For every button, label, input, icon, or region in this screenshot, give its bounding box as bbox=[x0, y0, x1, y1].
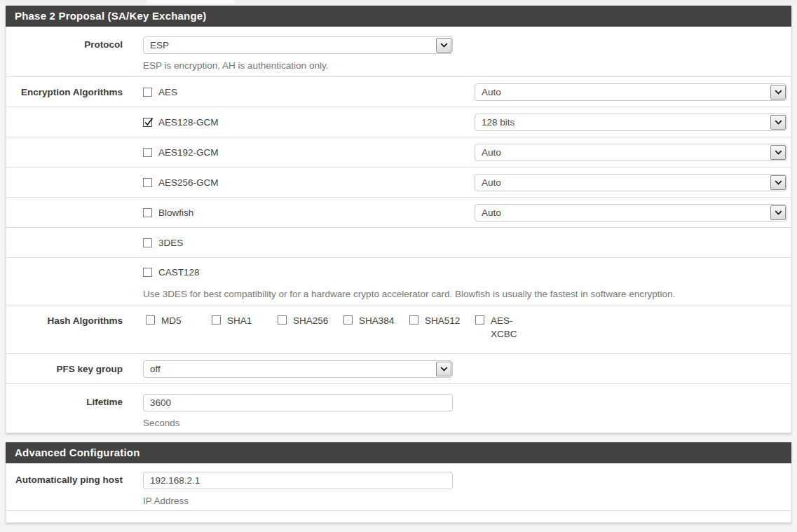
checkbox-label: SHA384 bbox=[359, 315, 394, 328]
checkbox-icon bbox=[146, 315, 155, 325]
encryption-row-aes256-gcm: AES256-GCM Auto bbox=[6, 168, 791, 198]
checkbox-icon bbox=[143, 118, 152, 127]
encryption-algorithms-label: Encryption Algorithms bbox=[6, 87, 123, 97]
phase2-proposal-panel: Phase 2 Proposal (SA/Key Exchange) Proto… bbox=[6, 6, 791, 433]
keylen-select-value: Auto bbox=[482, 177, 501, 188]
encryption-row-3des: 3DES bbox=[6, 228, 791, 258]
panel-title: Advanced Configuration bbox=[15, 446, 140, 458]
checkbox-label: AES256-GCM bbox=[158, 177, 219, 188]
checkbox-label: MD5 bbox=[161, 315, 182, 328]
protocol-label: Protocol bbox=[6, 27, 123, 76]
checkbox-label: AES192-GCM bbox=[158, 147, 219, 158]
checkbox-label: AES-XCBC bbox=[491, 315, 522, 341]
checkbox-md5[interactable]: MD5 bbox=[146, 315, 212, 328]
aes192-gcm-keylen-select[interactable]: Auto bbox=[475, 144, 787, 161]
checkbox-sha384[interactable]: SHA384 bbox=[343, 315, 409, 328]
checkbox-icon bbox=[143, 208, 152, 217]
checkbox-label: AES128-GCM bbox=[158, 117, 219, 128]
encryption-row-aes128-gcm: AES128-GCM 128 bits bbox=[6, 107, 791, 137]
checkbox-cast128[interactable]: CAST128 bbox=[143, 267, 787, 278]
page-top-remnant-fragment bbox=[147, 0, 235, 4]
checkbox-label: SHA1 bbox=[227, 315, 252, 328]
checkbox-sha1[interactable]: SHA1 bbox=[212, 315, 278, 328]
checkbox-icon bbox=[143, 268, 152, 277]
advanced-configuration-panel: Advanced Configuration Automatically pin… bbox=[6, 442, 791, 523]
checkbox-icon bbox=[278, 315, 287, 325]
encryption-help-text: Use 3DES for best compatibility or for a… bbox=[143, 289, 787, 299]
checkbox-icon bbox=[143, 88, 152, 97]
protocol-help-text: ESP is encryption, AH is authentication … bbox=[143, 60, 787, 71]
encryption-row-aes192-gcm: AES192-GCM Auto bbox=[6, 137, 791, 168]
chevron-down-icon bbox=[436, 362, 451, 376]
checkbox-icon bbox=[143, 238, 152, 247]
pfs-key-group-label: PFS key group bbox=[6, 364, 123, 374]
chevron-down-icon bbox=[770, 115, 786, 130]
lifetime-row: Lifetime Seconds bbox=[6, 384, 791, 432]
encryption-row-aes: Encryption Algorithms AES Auto bbox=[6, 77, 791, 107]
checkbox-icon bbox=[409, 315, 418, 325]
protocol-row: Protocol ESP ESP is encryption, AH is au… bbox=[6, 27, 791, 77]
protocol-select-value: ESP bbox=[150, 40, 169, 50]
keylen-select-value: 128 bits bbox=[482, 117, 515, 128]
pfs-key-group-select[interactable]: off bbox=[143, 360, 453, 378]
checkbox-aes[interactable]: AES bbox=[143, 87, 177, 97]
encryption-row-blowfish: Blowfish Auto bbox=[6, 198, 791, 228]
checkbox-aes-xcbc[interactable]: AES-XCBC bbox=[475, 315, 541, 341]
checkbox-icon bbox=[143, 178, 152, 187]
keylen-select-value: Auto bbox=[482, 207, 501, 218]
chevron-down-icon bbox=[770, 205, 786, 220]
checkbox-label: AES bbox=[158, 87, 177, 97]
encryption-row-cast128: CAST128 Use 3DES for best compatibility … bbox=[6, 258, 791, 306]
keylen-select-value: Auto bbox=[482, 147, 501, 158]
aes-keylen-select[interactable]: Auto bbox=[475, 83, 787, 101]
checkbox-label: SHA512 bbox=[425, 315, 460, 328]
aes128-gcm-keylen-select[interactable]: 128 bits bbox=[475, 114, 787, 131]
chevron-down-icon bbox=[770, 85, 786, 100]
phase2-panel-heading: Phase 2 Proposal (SA/Key Exchange) bbox=[6, 6, 791, 27]
checkbox-3des[interactable]: 3DES bbox=[143, 238, 183, 248]
blowfish-keylen-select[interactable]: Auto bbox=[475, 204, 787, 221]
chevron-down-icon bbox=[770, 175, 786, 190]
aes256-gcm-keylen-select[interactable]: Auto bbox=[475, 174, 787, 191]
ping-host-input[interactable] bbox=[143, 472, 453, 489]
checkbox-icon bbox=[343, 315, 353, 325]
checkbox-sha512[interactable]: SHA512 bbox=[409, 315, 475, 328]
checkbox-label: SHA256 bbox=[293, 315, 328, 328]
ping-host-row: Automatically ping host IP Address bbox=[6, 463, 791, 511]
checkbox-sha256[interactable]: SHA256 bbox=[278, 315, 343, 328]
checkbox-label: Blowfish bbox=[158, 207, 193, 218]
advanced-panel-heading: Advanced Configuration bbox=[6, 442, 791, 463]
chevron-down-icon bbox=[770, 145, 786, 160]
protocol-select[interactable]: ESP bbox=[143, 36, 453, 54]
checkbox-aes128-gcm[interactable]: AES128-GCM bbox=[143, 117, 219, 128]
checkbox-icon bbox=[475, 315, 484, 325]
checkbox-aes192-gcm[interactable]: AES192-GCM bbox=[143, 147, 219, 158]
checkbox-label: 3DES bbox=[158, 238, 183, 248]
panel-title: Phase 2 Proposal (SA/Key Exchange) bbox=[15, 10, 207, 22]
checkbox-blowfish[interactable]: Blowfish bbox=[143, 207, 193, 218]
checkbox-label: CAST128 bbox=[158, 267, 200, 278]
checkbox-icon bbox=[143, 148, 152, 157]
pfs-key-group-row: PFS key group off bbox=[6, 354, 791, 384]
checkbox-aes256-gcm[interactable]: AES256-GCM bbox=[143, 177, 219, 188]
lifetime-help-text: Seconds bbox=[143, 418, 787, 428]
hash-algorithms-label: Hash Algorithms bbox=[6, 306, 123, 353]
checkbox-icon bbox=[212, 315, 221, 325]
lifetime-label: Lifetime bbox=[6, 384, 123, 432]
lifetime-input[interactable] bbox=[143, 394, 453, 411]
ping-host-label: Automatically ping host bbox=[6, 463, 123, 510]
ping-host-help-text: IP Address bbox=[143, 496, 787, 506]
keylen-select-value: Auto bbox=[482, 87, 501, 97]
page-top-remnant bbox=[0, 0, 797, 4]
chevron-down-icon bbox=[436, 38, 451, 53]
panel-footer-space bbox=[6, 511, 791, 522]
hash-algorithms-row: Hash Algorithms MD5 SHA1 SHA256 bbox=[6, 306, 791, 354]
pfs-select-value: off bbox=[150, 364, 161, 374]
